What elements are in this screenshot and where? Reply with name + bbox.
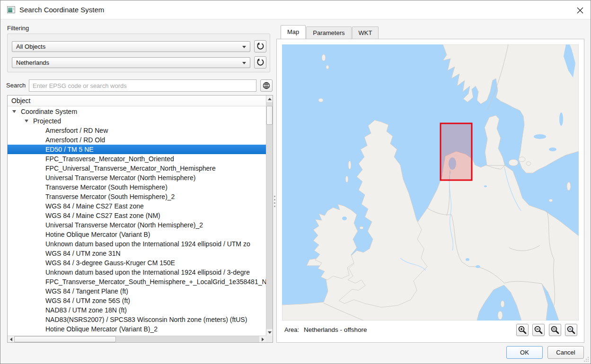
tree-item[interactable]: WGS 84 / UTM zone 56S (ft) [8,296,266,305]
caret-placeholder [37,268,44,277]
scroll-down-button[interactable] [266,329,273,336]
crs-extent-rectangle [441,123,472,180]
caret-placeholder [37,145,44,154]
tree-item[interactable]: WGS 84 / Maine CS27 East zone (NM) [8,211,266,220]
online-search-button[interactable] [260,79,273,92]
tree-item[interactable]: NAD83(NSRS2007) / SPCS83 Wisconsin North… [8,315,266,324]
caret-placeholder [37,173,44,182]
scroll-right-button[interactable] [259,336,266,342]
tree-item[interactable]: WGS 84 / UTM zone 31N [8,249,266,258]
tree-item-label: NAD83 / UTM zone 18N (ft) [45,305,127,315]
tree-item[interactable]: Transverse Mercator (South Hemisphere) [8,182,266,192]
tab-parameters[interactable]: Parameters [306,26,351,39]
scroll-up-button[interactable] [266,95,273,102]
caret-placeholder [37,286,44,296]
expand-caret-icon[interactable] [25,116,32,126]
caret-placeholder [37,230,44,239]
tree-item[interactable]: ED50 / TM 5 NE [8,145,266,154]
tree-item[interactable]: FPC_Transverse_Mercator_South_Hemisphere… [8,277,266,286]
caret-placeholder [37,211,44,220]
caret-placeholder [37,192,44,201]
scroll-left-button[interactable] [8,336,14,342]
cancel-button[interactable]: Cancel [547,346,584,359]
resize-grip[interactable] [582,355,589,362]
tab-wkt[interactable]: WKT [352,26,379,39]
map-view[interactable] [282,44,579,321]
ok-button[interactable]: OK [506,346,543,359]
app-icon [7,6,15,13]
tree-item[interactable]: Unknown datum based upon the Internation… [8,268,266,277]
titlebar: Search Coordinate System [0,0,591,19]
caret-placeholder [37,239,44,249]
tree-item-label: ED50 / TM 5 NE [45,145,94,154]
filtering-label: Filtering [7,25,29,32]
tree-item[interactable]: WGS 84 / Tangent Plane (ft) [8,286,266,296]
zoom-extent-icon [550,325,560,335]
caret-placeholder [37,258,44,268]
window-title: Search Coordinate System [19,0,104,19]
reset-object-filter-button[interactable] [254,40,266,52]
tree-item-label: Unknown datum based upon the Internation… [45,239,250,249]
tree-item-label: Universal Transverse Mercator (North Hem… [45,220,203,230]
object-column-header[interactable]: Object [8,95,266,106]
tree-item[interactable]: FPC_Universal_Transverse_Mercator_North_… [8,164,266,173]
zoom-extent-button[interactable] [549,324,561,336]
search-label: Search [6,79,26,92]
tree-item-label: Unknown datum based upon the Internation… [45,268,250,277]
caret-placeholder [37,135,44,145]
europe-map [282,44,579,321]
tree-item-label: Universal Transverse Mercator (North Hem… [45,173,195,182]
tree-item-label: WGS 84 / UTM zone 56S (ft) [45,296,130,305]
zoom-out-icon [534,325,543,335]
caret-placeholder [37,164,44,173]
area-filter-value: Netherlands [16,59,49,66]
chevron-down-icon [242,62,246,64]
tree-item[interactable]: Universal Transverse Mercator (North Hem… [8,173,266,182]
tree-item-label: Amersfoort / RD New [45,126,108,135]
horizontal-scrollbar[interactable] [8,336,266,342]
tree-item[interactable]: Projected [8,116,266,126]
tree-item-label: FPC_Transverse_Mercator_North_Oriented [45,154,174,164]
tree-item-label: WGS 84 / 3-degree Gauss-Kruger CM 150E [45,258,175,268]
vertical-scroll-thumb[interactable] [266,106,273,125]
chevron-down-icon [242,46,246,48]
tree-item[interactable]: WGS 84 / Maine CS27 East zone [8,201,266,211]
vertical-scrollbar[interactable] [266,95,273,336]
object-filter-dropdown[interactable]: All Objects [12,41,250,52]
caret-placeholder [37,315,44,324]
tree-item[interactable]: WGS 84 / 3-degree Gauss-Kruger CM 150E [8,258,266,268]
tree-item[interactable]: Universal Transverse Mercator (North Hem… [8,220,266,230]
tree-item-label: WGS 84 / Tangent Plane (ft) [45,286,128,296]
area-value: Netherlands - offshore [304,326,367,333]
zoom-in-button[interactable] [516,324,529,336]
splitter-dots-icon [274,196,275,209]
tree-item[interactable]: Amersfoort / RD New [8,126,266,135]
zoom-out-button[interactable] [532,324,545,336]
splitter-handle[interactable] [273,20,276,363]
area-filter-dropdown[interactable]: Netherlands [12,57,250,68]
caret-placeholder [37,126,44,135]
caret-placeholder [37,305,44,315]
search-input[interactable] [29,79,256,92]
tree-item-label: Transverse Mercator (South Hemisphere)_2 [45,192,175,201]
tree-item[interactable]: Coordinate System [8,107,266,116]
horizontal-scroll-thumb[interactable] [14,336,116,342]
tree-item[interactable]: Transverse Mercator (South Hemisphere)_2 [8,192,266,201]
tree-item[interactable]: NAD83 / UTM zone 18N (ft) [8,305,266,315]
tab-map[interactable]: Map [281,25,306,39]
tree-item-label: WGS 84 / Maine CS27 East zone (NM) [45,211,160,220]
tabbar: MapParametersWKT [281,26,379,39]
tree-item-label: Hotine Oblique Mercator (Variant B)_2 [45,324,158,334]
tree-item[interactable]: Hotine Oblique Mercator (Variant B) [8,230,266,239]
tree-item[interactable]: Amersfoort / RD Old [8,135,266,145]
tree-item[interactable]: Unknown datum based upon the Internation… [8,239,266,249]
close-icon[interactable] [574,4,586,17]
expand-caret-icon[interactable] [12,107,20,116]
zoom-selection-button[interactable] [565,324,577,336]
reset-icon [256,42,265,51]
reset-area-filter-button[interactable] [254,56,266,69]
tree-item-label: Amersfoort / RD Old [45,135,105,145]
area-label: Area: [284,326,299,333]
tree-item[interactable]: FPC_Transverse_Mercator_North_Oriented [8,154,266,164]
tree-item[interactable]: Hotine Oblique Mercator (Variant B)_2 [8,324,266,334]
